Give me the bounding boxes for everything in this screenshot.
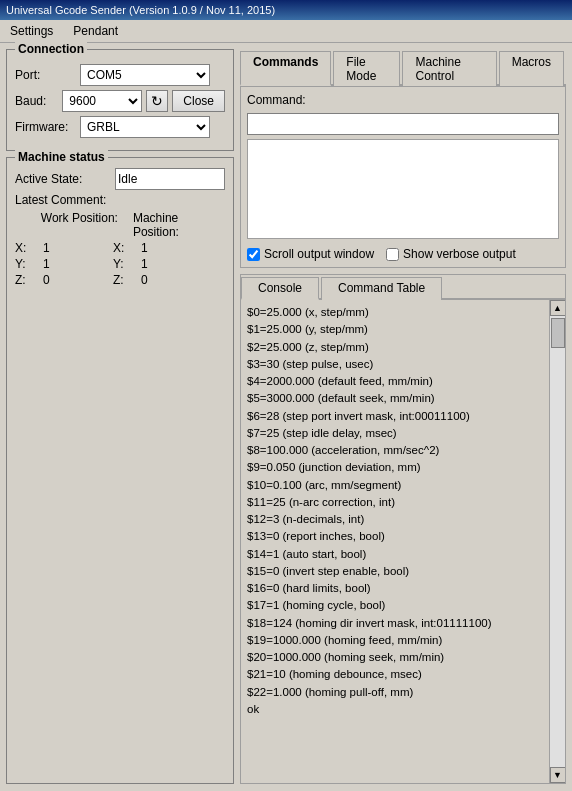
- baud-label: Baud:: [15, 94, 62, 108]
- latest-comment-row: Latest Comment:: [15, 193, 225, 207]
- axis-z-label: Z:: [15, 273, 43, 287]
- firmware-select[interactable]: GRBL: [80, 116, 210, 138]
- console-line: $18=124 (homing dir invert mask, int:011…: [247, 615, 543, 632]
- menu-pendant[interactable]: Pendant: [67, 22, 124, 40]
- bottom-tab-command-table[interactable]: Command Table: [321, 277, 442, 300]
- title-text: Universal Gcode Sender (Version 1.0.9 / …: [6, 4, 275, 16]
- axis-z-machine: 0: [141, 273, 211, 287]
- close-button[interactable]: Close: [172, 90, 225, 112]
- output-area: [247, 139, 559, 239]
- connection-group-title: Connection: [15, 42, 87, 56]
- axis-x-machine-label: X:: [113, 241, 141, 255]
- machine-status-title: Machine status: [15, 150, 108, 164]
- tab-machine-control[interactable]: Machine Control: [402, 51, 496, 86]
- latest-comment-label: Latest Comment:: [15, 193, 115, 207]
- left-panel: Connection Port: COM5 Baud: 9600 ↻ Close: [6, 49, 234, 784]
- command-label: Command:: [247, 93, 559, 107]
- bottom-tab-console[interactable]: Console: [241, 277, 319, 300]
- refresh-button[interactable]: ↻: [146, 90, 168, 112]
- top-tab-bar: Commands File Mode Machine Control Macro…: [240, 49, 566, 268]
- tab-bar: Commands File Mode Machine Control Macro…: [240, 49, 566, 86]
- axis-y-row: Y: 1 Y: 1: [15, 257, 225, 271]
- show-verbose-checkbox[interactable]: [386, 248, 399, 261]
- axis-x-machine: 1: [141, 241, 211, 255]
- console-line: $17=1 (homing cycle, bool): [247, 597, 543, 614]
- console-line: $22=1.000 (homing pull-off, mm): [247, 684, 543, 701]
- active-state-label: Active State:: [15, 172, 115, 186]
- show-verbose-label[interactable]: Show verbose output: [386, 247, 516, 261]
- console-line: $11=25 (n-arc correction, int): [247, 494, 543, 511]
- command-input[interactable]: [247, 113, 559, 135]
- scrollbar-thumb[interactable]: [551, 318, 565, 348]
- machine-status-group: Machine status Active State: Latest Comm…: [6, 157, 234, 784]
- console-line: $2=25.000 (z, step/mm): [247, 339, 543, 356]
- scrollbar-down-button[interactable]: ▼: [550, 767, 566, 783]
- console-line: $1=25.000 (y, step/mm): [247, 321, 543, 338]
- command-area: Command: Scroll output window Show verbo…: [240, 86, 566, 268]
- position-section: Work Position: Machine Position: X: 1 X:…: [15, 211, 225, 287]
- console-line: $15=0 (invert step enable, bool): [247, 563, 543, 580]
- console-line: $13=0 (report inches, bool): [247, 528, 543, 545]
- axis-z-row: Z: 0 Z: 0: [15, 273, 225, 287]
- scrollbar-track[interactable]: ▲ ▼: [549, 300, 565, 783]
- console-line: $0=25.000 (x, step/mm): [247, 304, 543, 321]
- console-content: $0=25.000 (x, step/mm)$1=25.000 (y, step…: [241, 300, 549, 783]
- firmware-label: Firmware:: [15, 120, 80, 134]
- output-options: Scroll output window Show verbose output: [247, 247, 559, 261]
- tab-file-mode[interactable]: File Mode: [333, 51, 400, 86]
- console-line: $9=0.050 (junction deviation, mm): [247, 459, 543, 476]
- axis-x-work: 1: [43, 241, 113, 255]
- console-line: $8=100.000 (acceleration, mm/sec^2): [247, 442, 543, 459]
- console-line: $12=3 (n-decimals, int): [247, 511, 543, 528]
- axis-z-machine-label: Z:: [113, 273, 141, 287]
- menu-settings[interactable]: Settings: [4, 22, 59, 40]
- firmware-row: Firmware: GRBL: [15, 116, 225, 138]
- position-headers: Work Position: Machine Position:: [15, 211, 225, 239]
- main-content: Connection Port: COM5 Baud: 9600 ↻ Close: [0, 43, 572, 790]
- console-line: ok: [247, 701, 543, 718]
- menu-bar: Settings Pendant: [0, 20, 572, 43]
- axis-y-label: Y:: [15, 257, 43, 271]
- scroll-output-checkbox[interactable]: [247, 248, 260, 261]
- active-state-row: Active State:: [15, 168, 225, 190]
- show-verbose-text: Show verbose output: [403, 247, 516, 261]
- baud-control-wrap: 9600 ↻ Close: [62, 90, 225, 112]
- axis-y-machine: 1: [141, 257, 211, 271]
- console-line: $16=0 (hard limits, bool): [247, 580, 543, 597]
- right-panel: Commands File Mode Machine Control Macro…: [240, 49, 566, 784]
- console-line: $19=1000.000 (homing feed, mm/min): [247, 632, 543, 649]
- console-line: $7=25 (step idle delay, msec): [247, 425, 543, 442]
- console-line: $14=1 (auto start, bool): [247, 546, 543, 563]
- port-select[interactable]: COM5: [80, 64, 210, 86]
- axis-x-row: X: 1 X: 1: [15, 241, 225, 255]
- console-line: $6=28 (step port invert mask, int:000111…: [247, 408, 543, 425]
- baud-row: Baud: 9600 ↻ Close: [15, 90, 225, 112]
- console-line: $21=10 (homing debounce, msec): [247, 666, 543, 683]
- scroll-output-text: Scroll output window: [264, 247, 374, 261]
- axis-y-work: 1: [43, 257, 113, 271]
- port-label: Port:: [15, 68, 80, 82]
- tab-commands[interactable]: Commands: [240, 51, 331, 86]
- console-line: $10=0.100 (arc, mm/segment): [247, 477, 543, 494]
- console-line: $3=30 (step pulse, usec): [247, 356, 543, 373]
- axis-x-label: X:: [15, 241, 43, 255]
- console-line: $20=1000.000 (homing seek, mm/min): [247, 649, 543, 666]
- tab-macros[interactable]: Macros: [499, 51, 564, 86]
- console-line: $4=2000.000 (default feed, mm/min): [247, 373, 543, 390]
- axis-z-work: 0: [43, 273, 113, 287]
- machine-position-header: Machine Position:: [133, 211, 225, 239]
- port-control-wrap: COM5: [80, 64, 225, 86]
- axis-y-machine-label: Y:: [113, 257, 141, 271]
- bottom-tab-bar: Console Command Table: [241, 275, 565, 300]
- firmware-control-wrap: GRBL: [80, 116, 225, 138]
- active-state-input[interactable]: [115, 168, 225, 190]
- scrollbar-up-button[interactable]: ▲: [550, 300, 566, 316]
- bottom-section: Console Command Table $0=25.000 (x, step…: [240, 274, 566, 784]
- console-wrapper: $0=25.000 (x, step/mm)$1=25.000 (y, step…: [241, 300, 565, 783]
- port-row: Port: COM5: [15, 64, 225, 86]
- console-line: $5=3000.000 (default seek, mm/min): [247, 390, 543, 407]
- scroll-output-label[interactable]: Scroll output window: [247, 247, 374, 261]
- title-bar: Universal Gcode Sender (Version 1.0.9 / …: [0, 0, 572, 20]
- baud-select[interactable]: 9600: [62, 90, 142, 112]
- work-position-header: Work Position:: [41, 211, 133, 239]
